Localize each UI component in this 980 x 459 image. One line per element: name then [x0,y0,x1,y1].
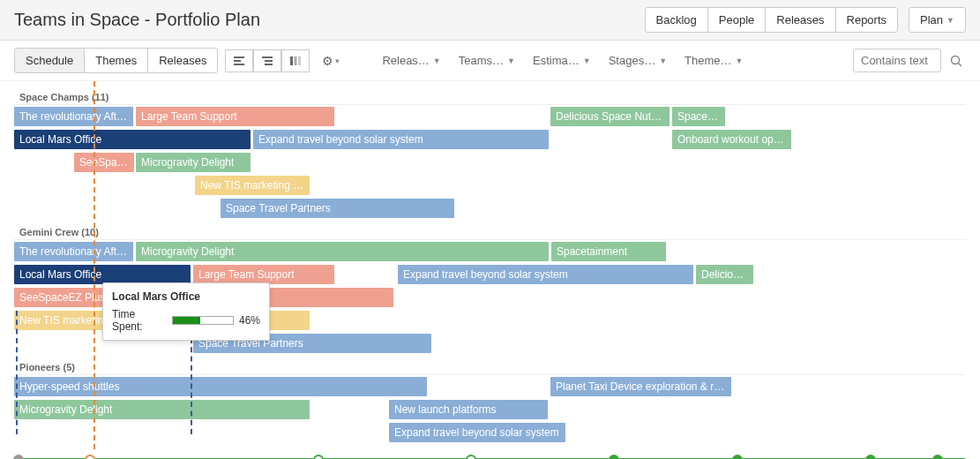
tooltip-progress-fill [173,317,200,324]
timeline-marker[interactable] [13,455,24,459]
chevron-down-icon: ▼ [736,56,744,65]
layout-buttons [225,49,310,72]
group-header[interactable]: Gemini Crew (10) [14,223,966,240]
plan-dropdown[interactable]: Plan ▼ [909,7,966,33]
tooltip-label: Time Spent: [112,308,167,333]
gantt-bar[interactable]: Space Travel Partners [221,199,454,218]
svg-rect-0 [234,56,244,58]
gantt-row: New TIS marketing c… [14,174,966,197]
gantt-bar[interactable]: New launch platforms [389,400,548,419]
settings-dropdown[interactable]: ⚙ ▾ [317,50,345,71]
gantt-bar[interactable]: Microgravity Delight [136,242,549,261]
gantt-row: Expand travel beyond solar system [14,421,966,444]
gantt-bar[interactable]: Large Team Support [136,107,334,126]
nav-backlog[interactable]: Backlog [645,7,708,33]
tab-schedule[interactable]: Schedule [14,48,85,73]
gantt-bar[interactable]: Expand travel beyond solar system [389,423,565,442]
page-header: Teams in Space - Portfolio Plan Backlog … [0,0,980,41]
nav-reports[interactable]: Reports [835,7,899,33]
gantt-bar[interactable]: Local Mars Office [14,265,191,284]
timeline[interactable] [14,453,966,459]
filter-stages[interactable]: Stages…▼ [603,50,672,71]
timeline-marker[interactable] [732,455,743,459]
page-title: Teams in Space - Portfolio Plan [14,10,260,30]
gantt-row: SeeSpa…Microgravity Delight [14,151,966,174]
gear-icon: ⚙ [322,54,333,68]
layout-tree-icon[interactable] [253,49,281,72]
svg-rect-6 [290,56,293,65]
svg-rect-4 [265,60,273,62]
svg-rect-3 [262,56,273,58]
gantt-bar[interactable]: Planet Taxi Device exploration & r… [550,377,731,396]
gantt-bar[interactable]: Onboard workout opt… [672,130,791,149]
svg-rect-2 [234,64,244,65]
header-nav-group: Backlog People Releases Reports [645,7,898,33]
gantt-bar[interactable]: The revolutionary Aft… [14,107,133,126]
layout-compact-icon[interactable] [225,49,253,72]
group-header[interactable]: Pioneers (5) [14,358,966,375]
gantt-bar[interactable]: Spacetainment [551,242,666,261]
tooltip-percent: 46% [239,314,260,327]
toolbar: Schedule Themes Releases ⚙ ▾ Releas…▼ Te… [0,41,980,81]
timeline-marker[interactable] [865,455,876,459]
gantt-bar[interactable]: Microgravity Delight [14,400,310,419]
search-icon[interactable] [946,51,966,71]
timeline-marker[interactable] [313,455,324,459]
gantt-row: Hyper-speed shuttlesPlanet Taxi Device e… [14,375,966,398]
filter-estimate[interactable]: Estima…▼ [527,50,596,71]
plan-label: Plan [920,13,943,26]
chevron-down-icon: ▼ [583,56,591,65]
group-header[interactable]: Space Champs (11) [14,88,966,105]
filter-releases[interactable]: Releas…▼ [377,50,445,71]
tab-releases[interactable]: Releases [147,48,218,73]
layout-columns-icon[interactable] [281,49,310,72]
timeline-marker[interactable] [932,455,943,459]
chevron-down-icon: ▼ [946,16,954,25]
chevron-down-icon: ▼ [507,56,515,65]
search-input[interactable] [853,49,941,72]
svg-rect-8 [298,56,301,65]
gantt-bar[interactable]: Deliciou… [696,265,753,284]
gantt-bar[interactable]: New TIS marketing c… [195,176,310,195]
chevron-down-icon: ▼ [433,56,441,65]
tooltip-title: Local Mars Office [112,290,260,303]
gantt-row: The revolutionary Aft…Microgravity Delig… [14,240,966,263]
svg-rect-7 [295,56,297,65]
timeline-marker[interactable] [466,455,476,459]
gantt-bar[interactable]: Delicious Space Nutr… [550,107,670,126]
gantt-row: Local Mars OfficeExpand travel beyond so… [14,128,966,151]
view-tabs: Schedule Themes Releases [14,48,218,73]
chevron-down-icon: ▾ [335,56,340,65]
gantt-row: The revolutionary Aft…Large Team Support… [14,105,966,128]
svg-line-10 [959,63,962,66]
gantt-bar[interactable]: SeeSpa… [74,153,134,172]
filter-teams[interactable]: Teams…▼ [453,50,520,71]
tab-themes[interactable]: Themes [84,48,148,73]
gantt-bar[interactable]: Local Mars Office [14,130,251,149]
gantt-bar[interactable]: Expand travel beyond solar system [253,130,549,149]
chevron-down-icon: ▼ [659,56,667,65]
gantt-bar[interactable]: The revolutionary Aft… [14,242,133,261]
bar-tooltip: Local Mars Office Time Spent: 46% [102,282,270,341]
nav-releases[interactable]: Releases [765,7,835,33]
timeline-marker[interactable] [609,455,619,459]
timeline-marker[interactable] [85,455,95,459]
gantt-bar[interactable]: Expand travel beyond solar system [398,265,693,284]
gantt-bar[interactable]: Hyper-speed shuttles [14,377,427,396]
nav-people[interactable]: People [707,7,766,33]
gantt-row: Space Travel Partners [14,197,966,220]
tooltip-progress [172,316,234,325]
svg-rect-1 [234,60,241,62]
filter-theme[interactable]: Theme…▼ [679,50,748,71]
header-actions: Backlog People Releases Reports Plan ▼ [645,7,966,33]
svg-rect-5 [265,64,273,65]
gantt-row: Microgravity DelightNew launch platforms [14,398,966,421]
gantt-bar[interactable]: Spacetai… [672,107,725,126]
gantt-area: Space Champs (11)The revolutionary Aft…L… [0,81,980,459]
gantt-bar[interactable]: Microgravity Delight [136,153,251,172]
svg-point-9 [952,56,960,64]
gantt-bar[interactable]: Large Team Support [193,265,334,284]
search-area [853,49,966,72]
